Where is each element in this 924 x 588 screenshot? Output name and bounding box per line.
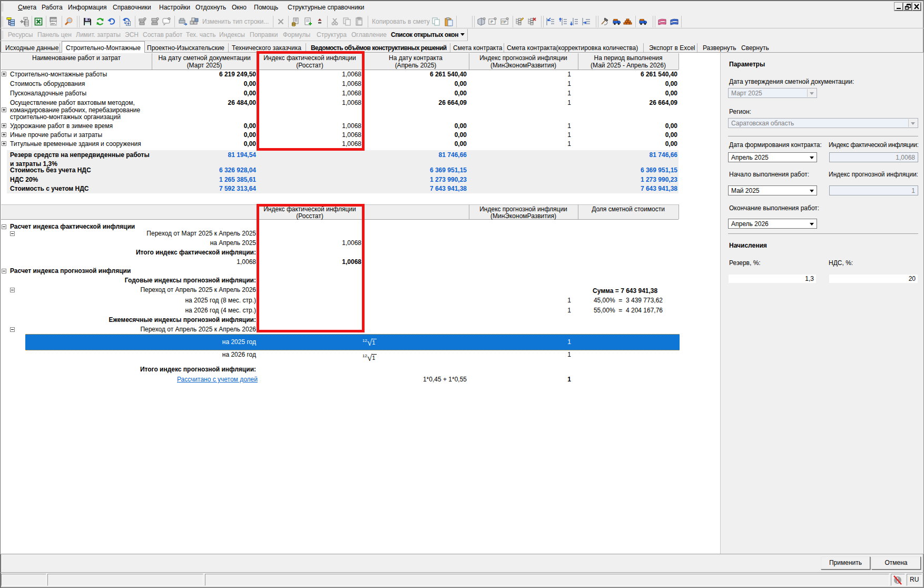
svg-text:P: P <box>490 19 493 24</box>
svg-text:PDF: PDF <box>51 18 57 22</box>
svg-text:ПР: ПР <box>502 20 507 24</box>
